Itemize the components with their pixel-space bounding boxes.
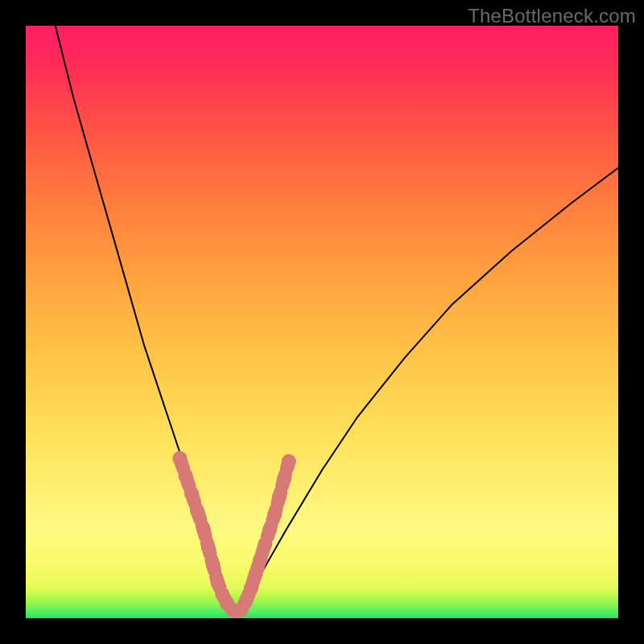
- plot-area: [26, 26, 618, 618]
- chart-svg: [26, 26, 618, 618]
- highlight-markers: [172, 451, 295, 618]
- watermark-text: TheBottleneck.com: [468, 5, 636, 27]
- marker-dot: [172, 451, 187, 465]
- marker-dot: [249, 567, 263, 581]
- marker-dot: [272, 489, 287, 504]
- marker-dot: [190, 505, 204, 519]
- marker-dot: [254, 551, 268, 566]
- marker-dot: [282, 454, 296, 469]
- marker-dot: [277, 472, 291, 486]
- marker-dot: [244, 581, 258, 596]
- marker-dot: [184, 486, 199, 501]
- marker-dot: [201, 540, 216, 555]
- marker-dot: [196, 522, 211, 537]
- chart-frame: TheBottleneck.com: [0, 0, 644, 644]
- marker-dot: [262, 522, 277, 537]
- marker-dot: [267, 507, 282, 522]
- curve-path: [56, 26, 618, 609]
- marker-dot: [258, 537, 272, 551]
- marker-dot: [206, 558, 221, 572]
- marker-dot: [179, 469, 193, 483]
- bottleneck-curve: [56, 26, 618, 609]
